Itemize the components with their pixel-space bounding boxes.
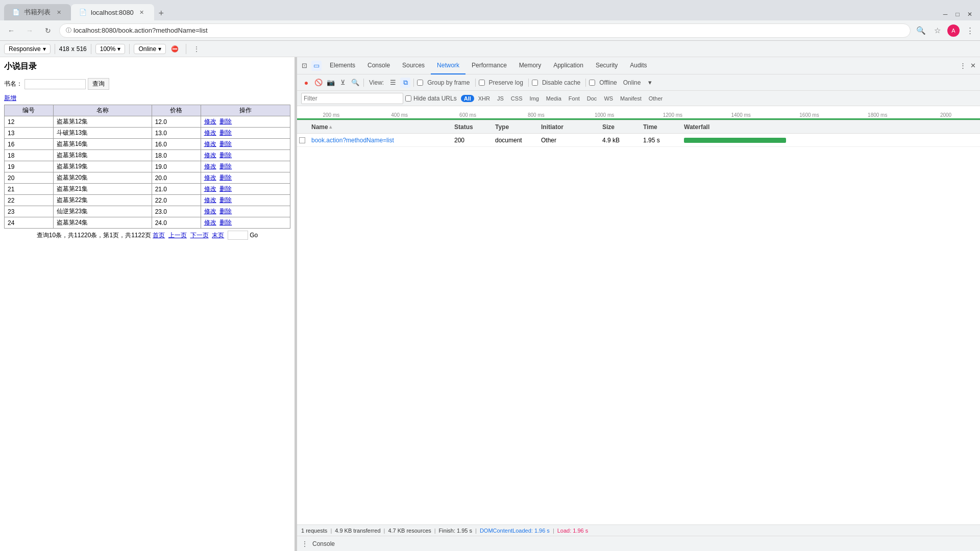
- col-initiator-header[interactable]: Initiator: [537, 123, 598, 131]
- list-view-button[interactable]: ☰: [388, 78, 398, 88]
- tab-1[interactable]: 📄 书籍列表 ✕: [4, 4, 71, 20]
- zoom-select[interactable]: 100% ▾: [95, 44, 126, 54]
- col-name-header[interactable]: Name ▲: [307, 123, 450, 131]
- devtools-tab-memory[interactable]: Memory: [513, 57, 547, 74]
- devtools-tab-network[interactable]: Network: [431, 57, 465, 74]
- edit-link[interactable]: 修改: [204, 196, 216, 204]
- delete-link[interactable]: 删除: [219, 118, 232, 125]
- col-time-header[interactable]: Time: [639, 123, 680, 131]
- device-mode-select[interactable]: Responsive ▾: [4, 44, 51, 54]
- chrome-menu-icon[interactable]: ⋮: [964, 24, 976, 37]
- col-size-header[interactable]: Size: [598, 123, 639, 131]
- offline-checkbox[interactable]: [589, 80, 595, 86]
- minimize-button[interactable]: ─: [939, 8, 951, 20]
- filter-type-img[interactable]: Img: [526, 95, 542, 102]
- devtools-more-icon[interactable]: ⋮: [958, 61, 968, 71]
- record-button[interactable]: ●: [301, 78, 311, 88]
- no-throttling-button[interactable]: ⛔: [168, 44, 182, 54]
- screenshot-button[interactable]: 📷: [326, 78, 336, 88]
- filter-type-other[interactable]: Other: [646, 95, 666, 102]
- tab-2-close[interactable]: ✕: [138, 8, 146, 16]
- filter-type-font[interactable]: Font: [566, 95, 583, 102]
- edit-link[interactable]: 修改: [204, 118, 216, 125]
- console-more-icon[interactable]: ⋮: [301, 540, 308, 548]
- edit-link[interactable]: 修改: [204, 129, 216, 136]
- devtools-close-icon[interactable]: ✕: [968, 61, 978, 71]
- new-tab-button[interactable]: +: [154, 6, 168, 20]
- search-button[interactable]: 🔍: [350, 78, 360, 88]
- col-status-header[interactable]: Status: [450, 123, 491, 131]
- delete-link[interactable]: 删除: [219, 152, 232, 159]
- next-page-link[interactable]: 下一页: [190, 232, 209, 239]
- url-bar[interactable]: ⓘ localhost:8080/book.action?methodName=…: [59, 23, 911, 38]
- profile-icon[interactable]: A: [947, 24, 960, 37]
- devtools-tab-console[interactable]: Console: [361, 57, 396, 74]
- search-input[interactable]: [24, 79, 86, 89]
- delete-link[interactable]: 删除: [219, 185, 232, 192]
- edit-link[interactable]: 修改: [204, 219, 216, 226]
- close-button[interactable]: ✕: [964, 8, 976, 20]
- tab-2[interactable]: 📄 localhost:8080 ✕: [71, 4, 154, 20]
- row-checkbox[interactable]: [299, 137, 305, 143]
- waterfall-view-button[interactable]: ⧉: [400, 78, 410, 88]
- maximize-button[interactable]: □: [951, 8, 964, 20]
- network-row[interactable]: book.action?methodName=list 200 document…: [297, 134, 980, 147]
- edit-link[interactable]: 修改: [204, 152, 216, 159]
- filter-type-js[interactable]: JS: [494, 95, 507, 102]
- edit-link[interactable]: 修改: [204, 174, 216, 181]
- tab-1-close[interactable]: ✕: [55, 8, 63, 16]
- page-input[interactable]: [228, 231, 248, 240]
- delete-link[interactable]: 删除: [219, 196, 232, 204]
- devtools-device-icon[interactable]: ▭: [311, 61, 322, 71]
- group-by-frame-checkbox[interactable]: [417, 80, 423, 86]
- forward-button[interactable]: →: [22, 23, 37, 38]
- edit-link[interactable]: 修改: [204, 185, 216, 192]
- disable-cache-checkbox[interactable]: [532, 80, 538, 86]
- filter-type-xhr[interactable]: XHR: [475, 95, 493, 102]
- devtools-tab-sources[interactable]: Sources: [396, 57, 431, 74]
- devtools-tab-security[interactable]: Security: [590, 57, 624, 74]
- delete-link[interactable]: 删除: [219, 140, 232, 147]
- delete-link[interactable]: 删除: [219, 163, 232, 170]
- devtools-tab-application[interactable]: Application: [547, 57, 590, 74]
- delete-link[interactable]: 删除: [219, 219, 232, 226]
- filter-toggle-button[interactable]: ⊻: [338, 78, 348, 88]
- filter-type-css[interactable]: CSS: [508, 95, 526, 102]
- prev-page-link[interactable]: 上一页: [168, 232, 187, 239]
- delete-link[interactable]: 删除: [219, 208, 232, 215]
- delete-link[interactable]: 删除: [219, 174, 232, 181]
- filter-type-manifest[interactable]: Manifest: [617, 95, 645, 102]
- back-button[interactable]: ←: [4, 23, 18, 38]
- edit-link[interactable]: 修改: [204, 208, 216, 215]
- preserve-log-checkbox[interactable]: [479, 80, 485, 86]
- edit-link[interactable]: 修改: [204, 140, 216, 147]
- cell-ops: 修改 删除: [201, 116, 290, 128]
- preserve-log-label: Preserve log: [489, 79, 523, 86]
- devtools-pointer-icon[interactable]: ⊡: [299, 61, 309, 71]
- last-page-link[interactable]: 末页: [212, 232, 224, 239]
- delete-link[interactable]: 删除: [219, 129, 232, 136]
- devtools-tab-audits[interactable]: Audits: [624, 57, 653, 74]
- col-type-header[interactable]: Type: [491, 123, 537, 131]
- filter-row: Hide data URLs AllXHRJSCSSImgMediaFontDo…: [297, 91, 980, 106]
- filter-input[interactable]: [301, 93, 403, 104]
- devtools-tab-elements[interactable]: Elements: [324, 57, 361, 74]
- filter-type-media[interactable]: Media: [543, 95, 565, 102]
- search-button[interactable]: 查询: [88, 78, 109, 90]
- edit-link[interactable]: 修改: [204, 163, 216, 170]
- col-waterfall-header[interactable]: Waterfall: [680, 123, 980, 131]
- filter-type-doc[interactable]: Doc: [584, 95, 600, 102]
- connectivity-select[interactable]: Online ▾: [134, 44, 166, 54]
- online-dropdown-icon[interactable]: ▾: [645, 78, 655, 88]
- filter-type-all[interactable]: All: [461, 95, 474, 102]
- refresh-button[interactable]: ↻: [41, 23, 55, 38]
- devtools-tab-performance[interactable]: Performance: [465, 57, 513, 74]
- hide-data-urls-checkbox[interactable]: [405, 95, 411, 102]
- first-page-link[interactable]: 首页: [153, 232, 165, 239]
- clear-button[interactable]: 🚫: [313, 78, 324, 88]
- bookmark-icon[interactable]: ☆: [931, 24, 943, 37]
- toolbar-more-button[interactable]: ⋮: [190, 43, 203, 55]
- new-link[interactable]: 新增: [4, 94, 16, 103]
- search-icon[interactable]: 🔍: [915, 24, 927, 37]
- filter-type-ws[interactable]: WS: [601, 95, 616, 102]
